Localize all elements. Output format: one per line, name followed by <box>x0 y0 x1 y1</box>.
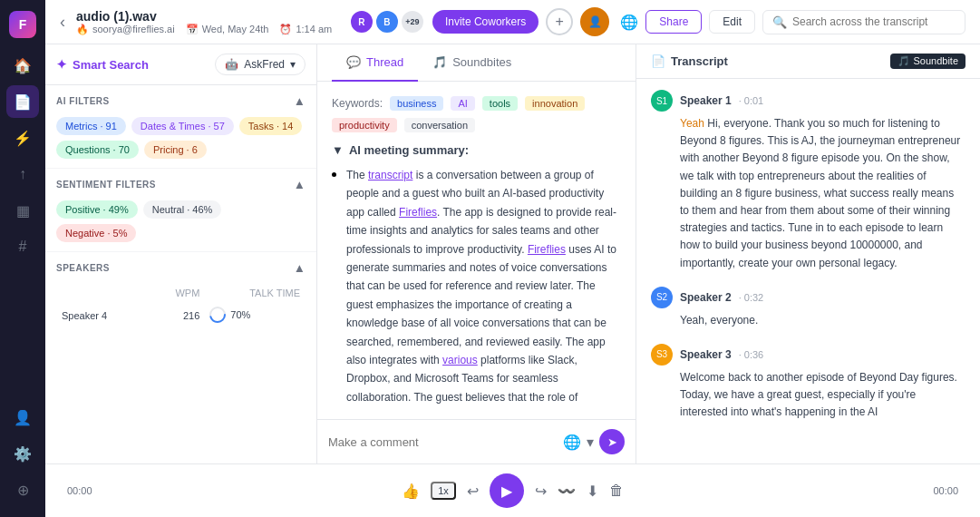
delete-button[interactable]: 🗑 <box>609 483 624 499</box>
filter-chip-tasks[interactable]: Tasks · 14 <box>239 117 303 135</box>
sentiment-filters-collapse-button[interactable]: ▲ <box>294 178 306 191</box>
keyword-productivity[interactable]: productivity <box>332 118 397 132</box>
speaker-wpm: 216 <box>150 302 203 329</box>
keyword-tools[interactable]: tools <box>482 96 518 111</box>
transcript-search-input[interactable] <box>792 15 956 28</box>
sidebar-icon-lightning[interactable]: ⚡ <box>6 122 39 154</box>
player: 00:00 👍 1x ↩ ▶ ↪ 〰️ ⬇ 🗑 00:00 <box>45 463 980 517</box>
forward-button[interactable]: ↪ <box>535 483 547 500</box>
speakers-col-wpm: WPM <box>150 286 203 300</box>
filter-chip-dates-times[interactable]: Dates & Times · 57 <box>131 117 234 135</box>
speaker-avatar-2: S2 <box>651 287 673 308</box>
player-controls: 👍 1x ↩ ▶ ↪ 〰️ ⬇ 🗑 <box>107 473 919 508</box>
sidebar-icon-add[interactable]: ⊕ <box>6 473 39 506</box>
speakers-header: SPEAKERS ▲ <box>56 261 306 275</box>
speakers-collapse-button[interactable]: ▲ <box>294 261 306 275</box>
summary-paragraph: The transcript is a conversation between… <box>346 166 621 406</box>
comment-input[interactable] <box>328 435 556 449</box>
askfred-button[interactable]: 🤖 AskFred ▾ <box>215 54 306 75</box>
sidebar-icon-user[interactable]: 👤 <box>6 401 39 434</box>
tab-soundbites[interactable]: 🎵 Soundbites <box>418 44 526 82</box>
sentiment-chip-negative[interactable]: Negative · 5% <box>56 224 136 242</box>
like-button[interactable]: 👍 <box>402 483 420 500</box>
speaker-row: Speaker 4 216 70% <box>58 302 304 329</box>
speaker-name-1: Speaker 1 <box>680 94 732 107</box>
speaker-name-3: Speaker 3 <box>680 348 732 361</box>
keyword-business[interactable]: business <box>390 96 443 111</box>
keyword-innovation[interactable]: innovation <box>525 96 585 111</box>
summary-title: ▼ AI meeting summary: <box>332 143 621 157</box>
keyword-ai[interactable]: AI <box>451 96 474 111</box>
topbar: ‹ audio (1).wav 🔥 soorya@fireflies.ai 📅 … <box>45 0 980 44</box>
soundbite-badge[interactable]: 🎵 Soundbite <box>890 54 965 69</box>
send-comment-button[interactable]: ➤ <box>599 429 625 454</box>
speaker-row-2: S2 Speaker 2 · 0:32 <box>651 287 965 308</box>
speaker-row-3: S3 Speaker 3 · 0:36 <box>651 344 965 366</box>
transcript-title-text: Transcript <box>671 54 728 68</box>
speakers-section: SPEAKERS ▲ WPM TALK TIME Speaker 4 <box>45 252 316 340</box>
chevron-comment-icon[interactable]: ▾ <box>587 434 594 451</box>
collapse-summary-icon[interactable]: ▼ <box>332 143 344 157</box>
filter-chip-metrics[interactable]: Metrics · 91 <box>56 117 126 135</box>
speaker-block-2: S2 Speaker 2 · 0:32 Yeah, everyone. <box>651 287 965 329</box>
ai-filters-section: AI FILTERS ▲ Metrics · 91 Dates & Times … <box>45 85 316 169</box>
file-meta: 🔥 soorya@fireflies.ai 📅 Wed, May 24th ⏰ … <box>76 24 338 35</box>
invite-button[interactable]: Invite Coworkers <box>432 10 539 34</box>
left-panel: ✦ Smart Search 🤖 AskFred ▾ AI FILTERS ▲ … <box>45 44 317 463</box>
tab-thread[interactable]: 💬 Thread <box>332 44 418 82</box>
filter-chip-pricing[interactable]: Pricing · 6 <box>144 141 207 159</box>
app-logo[interactable]: F <box>9 11 36 38</box>
sidebar-icon-grid[interactable]: ▦ <box>6 194 39 227</box>
play-button[interactable]: ▶ <box>490 473 524 508</box>
sentiment-filters-title: SENTIMENT FILTERS <box>56 180 156 190</box>
keyword-conversation[interactable]: conversation <box>404 118 475 132</box>
keywords-label: Keywords: <box>332 97 383 110</box>
speakers-col-talk: TALK TIME <box>205 286 304 300</box>
sentiment-chip-neutral[interactable]: Neutral · 46% <box>143 200 222 219</box>
speaker-talk-time: 70% <box>205 302 304 329</box>
file-date: Wed, May 24th <box>202 24 269 34</box>
search-sparkle-icon: ✦ <box>56 57 67 72</box>
search-icon: 🔍 <box>772 15 787 29</box>
waveform-button[interactable]: 〰️ <box>558 483 576 500</box>
talk-bar: 70% <box>209 306 250 324</box>
speaker-block-1: S1 Speaker 1 · 0:01 Yeah Hi, everyone. T… <box>651 90 965 272</box>
speaker-avatar-3: S3 <box>651 344 673 366</box>
globe-icon: 🌐 <box>620 14 638 31</box>
globe-comment-icon[interactable]: 🌐 <box>563 434 581 451</box>
back-button[interactable]: ‹ <box>60 13 65 32</box>
speaker-time-2: · 0:32 <box>739 292 764 303</box>
ai-filters-header: AI FILTERS ▲ <box>56 94 306 108</box>
file-title: audio (1).wav <box>76 9 338 24</box>
add-button[interactable]: + <box>546 8 573 35</box>
ai-filters-title: AI FILTERS <box>56 96 110 106</box>
speakers-table: WPM TALK TIME Speaker 4 216 <box>56 284 306 331</box>
right-panel: 📄 Transcript 🎵 Soundbite S1 Speaker 1 · … <box>636 44 980 463</box>
speakers-title: SPEAKERS <box>56 263 110 273</box>
edit-button[interactable]: Edit <box>709 10 755 34</box>
progress-circle-icon <box>209 306 227 324</box>
highlight-yeah: Yeah <box>680 117 704 130</box>
tab-thread-label: Thread <box>366 55 403 69</box>
smart-search-header: ✦ Smart Search 🤖 AskFred ▾ <box>45 44 316 85</box>
sentiment-chip-positive[interactable]: Positive · 49% <box>56 200 138 219</box>
smart-search-label: ✦ Smart Search <box>56 57 208 72</box>
speaker-name: Speaker 4 <box>58 302 148 329</box>
soundbite-icon: 🎵 <box>898 55 910 66</box>
ai-filters-collapse-button[interactable]: ▲ <box>294 94 306 108</box>
speaker-avatar-1: S1 <box>651 90 673 112</box>
sidebar-icon-settings[interactable]: ⚙️ <box>6 437 39 470</box>
sidebar-icon-home[interactable]: 🏠 <box>6 49 39 82</box>
filter-chip-questions[interactable]: Questions · 70 <box>56 141 139 159</box>
calendar-icon: 📅 <box>186 24 199 35</box>
rewind-button[interactable]: ↩ <box>467 483 479 500</box>
transcript-header: 📄 Transcript 🎵 Soundbite <box>636 44 980 79</box>
soundbite-label: Soundbite <box>913 55 958 66</box>
sidebar-icon-hash[interactable]: # <box>6 230 39 263</box>
download-button[interactable]: ⬇ <box>587 483 598 500</box>
sidebar-icon-upload[interactable]: ↑ <box>6 158 39 190</box>
sidebar-icon-document[interactable]: 📄 <box>6 85 39 118</box>
share-button[interactable]: Share <box>645 10 702 34</box>
speed-button[interactable]: 1x <box>431 482 456 500</box>
ai-filter-chips: Metrics · 91 Dates & Times · 57 Tasks · … <box>56 117 306 159</box>
